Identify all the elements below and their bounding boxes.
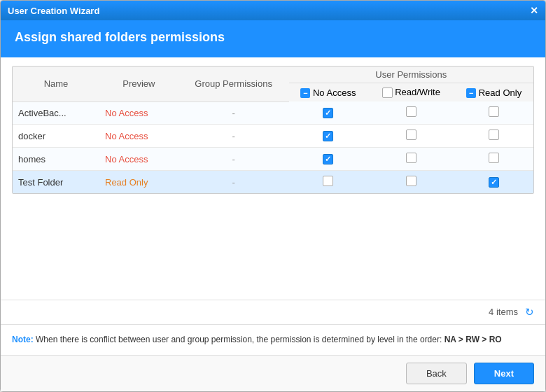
- col-header-name: Name: [13, 66, 99, 102]
- no-access-icon: −: [300, 88, 310, 98]
- header: Assign shared folders permissions: [1, 20, 545, 57]
- table-row-read-only[interactable]: [454, 148, 533, 171]
- button-row: Back Next: [1, 355, 545, 391]
- table-row-group: -: [178, 125, 289, 148]
- back-button[interactable]: Back: [406, 363, 467, 384]
- table-row-preview: No Access: [99, 148, 178, 171]
- table-row-group: -: [178, 171, 289, 194]
- col-header-user-permissions: User Permissions: [289, 66, 533, 83]
- table-row-name: homes: [13, 148, 99, 171]
- table-row-group: -: [178, 102, 289, 125]
- table-row-no-access[interactable]: [289, 125, 368, 148]
- table-row-no-access[interactable]: [289, 102, 368, 125]
- note-label: Note:: [12, 335, 34, 344]
- table-row-group: -: [178, 148, 289, 171]
- col-header-group: Group Permissions: [178, 66, 289, 102]
- table-row-read-write[interactable]: [368, 171, 454, 194]
- permissions-table-container: Name Preview Group Permissions User Perm…: [12, 66, 534, 194]
- table-row-name: docker: [13, 125, 99, 148]
- note-order: NA > RW > RO: [444, 335, 502, 344]
- read-write-icon: [382, 88, 393, 98]
- table-row-read-write[interactable]: [368, 102, 454, 125]
- unchecked-icon: [406, 153, 416, 163]
- table-row-read-write[interactable]: [368, 148, 454, 171]
- table-row-name: ActiveBac...: [13, 102, 99, 125]
- note-section: Note: When there is conflict between use…: [1, 324, 545, 355]
- checked-icon: [323, 131, 333, 141]
- col-header-no-access: − No Access: [289, 83, 368, 102]
- window-title: User Creation Wizard: [8, 6, 99, 16]
- page-title: Assign shared folders permissions: [15, 30, 531, 45]
- close-button[interactable]: ✕: [530, 6, 538, 15]
- checked-icon: [323, 108, 333, 118]
- unchecked-icon: [406, 106, 416, 117]
- checked-icon: [323, 154, 333, 164]
- permissions-table: Name Preview Group Permissions User Perm…: [13, 66, 533, 193]
- content-area: Name Preview Group Permissions User Perm…: [1, 57, 545, 300]
- unchecked-icon: [323, 176, 333, 186]
- col-header-read-write: Read/Write: [368, 83, 454, 102]
- next-button[interactable]: Next: [474, 363, 534, 384]
- titlebar: User Creation Wizard ✕: [1, 1, 545, 20]
- refresh-icon[interactable]: ↻: [525, 306, 534, 318]
- unchecked-icon: [406, 130, 416, 140]
- table-row-preview: No Access: [99, 125, 178, 148]
- table-row-name: Test Folder: [13, 171, 99, 194]
- unchecked-icon: [489, 106, 499, 117]
- table-footer: 4 items ↻: [1, 300, 545, 324]
- table-row-no-access[interactable]: [289, 171, 368, 194]
- table-row-read-only[interactable]: [454, 171, 533, 194]
- table-row-read-only[interactable]: [454, 125, 533, 148]
- table-row-read-only[interactable]: [454, 102, 533, 125]
- col-header-read-only: − Read Only: [454, 83, 533, 102]
- unchecked-icon: [406, 176, 416, 186]
- unchecked-icon: [489, 153, 499, 163]
- unchecked-icon: [489, 130, 499, 140]
- table-row-no-access[interactable]: [289, 148, 368, 171]
- table-row-preview: No Access: [99, 102, 178, 125]
- table-row-read-write[interactable]: [368, 125, 454, 148]
- read-only-icon: −: [466, 88, 476, 98]
- col-header-preview: Preview: [99, 66, 178, 102]
- items-count: 4 items: [489, 307, 518, 317]
- checked-icon: [489, 177, 499, 188]
- table-row-preview: Read Only: [99, 171, 178, 194]
- note-text: When there is conflict between user and …: [34, 335, 444, 344]
- window: User Creation Wizard ✕ Assign shared fol…: [0, 0, 546, 392]
